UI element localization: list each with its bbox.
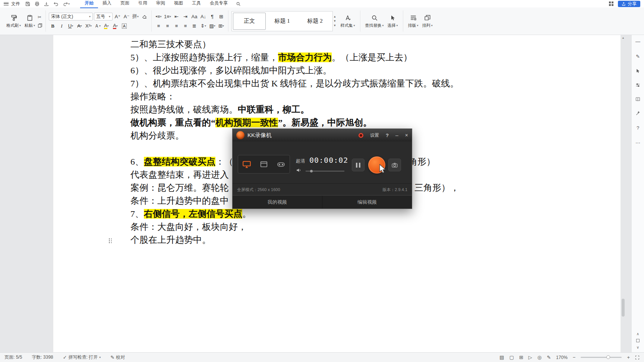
window-mode-button[interactable] — [259, 160, 268, 168]
file-menu[interactable]: 文件 — [11, 1, 20, 7]
search-icon[interactable] — [236, 1, 241, 6]
menu-tab[interactable]: 视图 — [170, 0, 187, 8]
strikethrough-button[interactable]: A▾ — [76, 22, 83, 30]
underline-button[interactable]: U▾ — [67, 22, 75, 30]
select-button[interactable]: 选择▾ — [386, 13, 400, 29]
help-icon[interactable]: ? — [637, 125, 639, 131]
style-gallery-up-button[interactable]: ▴ — [334, 15, 336, 18]
share-button[interactable]: 分享 — [618, 1, 640, 7]
spellcheck-status[interactable]: ✓拼写检查: 打开▾ — [63, 354, 101, 361]
line-spacing-button[interactable]: ⇕▾ — [199, 22, 207, 29]
vertical-scrollbar[interactable]: ▴ — [621, 36, 625, 351]
screen-mode-button[interactable] — [242, 160, 252, 169]
edit-pen-icon[interactable]: ✎ — [636, 54, 640, 59]
clear-format-button[interactable] — [141, 13, 148, 20]
menu-tab[interactable]: 页面 — [116, 0, 134, 8]
font-name-select[interactable]: 宋体 (正文)▾ — [49, 13, 93, 20]
dictionary-icon[interactable] — [635, 97, 640, 102]
play-presentation-icon[interactable]: ▷ — [528, 355, 532, 360]
menu-tab[interactable]: 开始 — [80, 0, 98, 8]
align-center-button[interactable]: ≡ — [164, 22, 171, 29]
page-layout-icon[interactable]: ▢ — [509, 355, 514, 360]
style-gallery-more-button[interactable]: ▾ — [334, 24, 336, 27]
page-count[interactable]: 页面: 5/5 — [4, 354, 22, 361]
menu-tab[interactable]: 插入 — [98, 0, 116, 8]
quality-label[interactable]: 超清 — [296, 158, 305, 164]
menu-tab[interactable]: 审阅 — [152, 0, 170, 8]
style-gallery-down-button[interactable]: ▾ — [334, 19, 336, 23]
fullscreen-icon[interactable] — [635, 355, 640, 360]
multipage-view-icon[interactable]: ⊞ — [519, 355, 523, 360]
distribute-button[interactable]: ≣ — [190, 22, 198, 29]
superscript-button[interactable]: X²▾ — [85, 22, 92, 30]
align-right-button[interactable]: ≡ — [173, 22, 180, 29]
zoom-slider[interactable] — [581, 357, 622, 358]
align-left-button[interactable]: ≡ — [155, 22, 162, 29]
apps-icon[interactable] — [609, 1, 613, 6]
number-list-button[interactable]: 1≡▾ — [164, 13, 171, 20]
collapse-ribbon-icon[interactable]: — — [635, 39, 640, 44]
format-wand-icon[interactable] — [635, 111, 640, 116]
char-case-button[interactable]: Aa — [190, 13, 198, 20]
overview-icon[interactable]: ▤ — [499, 355, 504, 360]
style-item-body[interactable]: 正文 — [233, 13, 266, 30]
style-item-heading1[interactable]: 标题 1 — [266, 13, 299, 30]
screenshot-button[interactable] — [388, 159, 401, 171]
edit-videos-button[interactable]: 编辑视频 — [322, 196, 412, 209]
paragraph-drag-handle[interactable] — [109, 238, 112, 243]
web-layout-icon[interactable]: ◎ — [537, 355, 542, 360]
italic-button[interactable]: I — [58, 22, 66, 30]
proofread-button[interactable]: ✎校对 — [110, 354, 125, 361]
menu-tab[interactable]: 引用 — [134, 0, 152, 8]
show-marks-button[interactable]: ¶ — [208, 13, 216, 20]
decrease-indent-button[interactable]: ⇤ — [173, 13, 180, 20]
style-set-button[interactable]: 样式集▾ — [339, 13, 357, 29]
font-color-button[interactable]: A▾ — [111, 22, 119, 30]
insert-table-icon-button[interactable]: ⊞ — [217, 13, 225, 20]
word-count[interactable]: 字数: 3398 — [32, 354, 53, 361]
volume-slider-thumb[interactable] — [310, 170, 313, 172]
redo-button[interactable]: ▾ — [63, 1, 70, 6]
recorder-minimize-button[interactable]: – — [395, 133, 398, 138]
page-indicator-icon[interactable] — [636, 339, 640, 342]
char-border-button[interactable]: A — [120, 22, 128, 30]
menu-tab[interactable]: 会员专享 — [205, 0, 232, 8]
style-item-heading2[interactable]: 标题 2 — [299, 13, 331, 30]
pause-button[interactable] — [352, 159, 364, 171]
bullet-list-button[interactable]: •≡▾ — [155, 13, 162, 20]
copy-button[interactable] — [38, 23, 42, 28]
menu-tab[interactable]: 工具 — [187, 0, 205, 8]
zoom-slider-thumb[interactable] — [606, 355, 610, 359]
char-scale-button[interactable]: Ａ▾ — [94, 22, 101, 30]
main-menu-icon[interactable] — [4, 2, 9, 6]
highlight-color-button[interactable]: A▾ — [102, 22, 110, 30]
recorder-close-button[interactable]: × — [405, 133, 408, 138]
more-tools-icon[interactable]: ⋯ — [635, 140, 640, 146]
paste-button[interactable]: 粘贴▾ — [23, 13, 37, 29]
increase-font-button[interactable]: A⁺ — [114, 13, 121, 20]
next-page-icon[interactable]: ∨ — [637, 345, 639, 349]
recorder-help-button[interactable]: ? — [386, 133, 389, 138]
zoom-level[interactable]: 170% — [556, 355, 568, 360]
zoom-out-button[interactable]: − — [573, 355, 576, 360]
volume-slider[interactable] — [306, 171, 344, 172]
phonetic-guide-button[interactable]: 拼▾ — [132, 13, 139, 20]
recorder-titlebar[interactable]: KK录像机 设置 ? – × — [233, 129, 412, 142]
scroll-up-icon[interactable]: ▴ — [621, 36, 625, 39]
game-mode-button[interactable] — [276, 160, 286, 168]
annotate-icon[interactable]: ✎ — [547, 355, 551, 360]
decrease-font-button[interactable]: A⁻ — [123, 13, 130, 20]
recorder-settings-button[interactable]: 设置 — [370, 132, 379, 139]
justify-button[interactable]: ≡ — [181, 22, 189, 29]
arrange-button[interactable]: 排列▾ — [420, 13, 435, 29]
previous-page-icon[interactable]: ∧ — [637, 332, 639, 336]
my-videos-button[interactable]: 我的视频 — [233, 196, 322, 209]
print-button[interactable] — [35, 1, 40, 6]
cut-button[interactable]: ✂ — [38, 15, 42, 20]
borders-button[interactable]: ⊞▾ — [217, 22, 225, 29]
font-size-select[interactable]: 五号▾ — [94, 13, 113, 20]
save-button[interactable] — [25, 1, 30, 6]
bold-button[interactable]: B — [49, 22, 57, 30]
format-painter-button[interactable]: 格式刷▾ — [4, 13, 23, 29]
find-replace-button[interactable]: 查找替换▾ — [363, 13, 386, 29]
